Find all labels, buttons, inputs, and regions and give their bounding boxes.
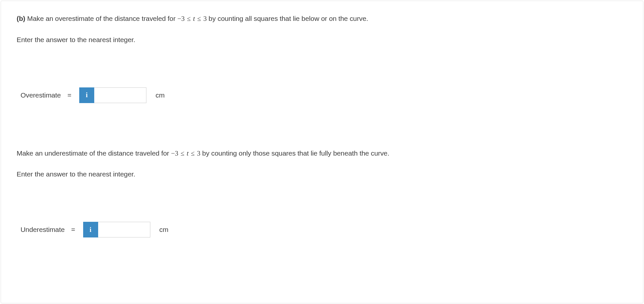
underestimate-input[interactable] xyxy=(98,222,150,237)
overestimate-row: Overestimate = i cm xyxy=(21,87,627,103)
equals-sign: = xyxy=(71,226,75,234)
q1-prompt-pre: Make an overestimate of the distance tra… xyxy=(27,15,177,22)
overestimate-input-wrap: i xyxy=(79,87,146,103)
underestimate-unit: cm xyxy=(159,226,169,234)
q1-prompt-post: by counting all squares that lie below o… xyxy=(207,15,368,22)
q2-prompt-pre: Make an underestimate of the distance tr… xyxy=(17,149,171,157)
q2-hint: Enter the answer to the nearest integer. xyxy=(17,170,627,178)
q1-hint: Enter the answer to the nearest integer. xyxy=(17,36,627,44)
q2-range: −3 ≤ t ≤ 3 xyxy=(171,149,201,157)
question-underestimate-block: Make an underestimate of the distance tr… xyxy=(17,148,627,238)
underestimate-label: Underestimate xyxy=(21,226,65,234)
equals-sign: = xyxy=(67,91,71,99)
overestimate-unit: cm xyxy=(156,91,165,99)
question-b-prompt: (b) Make an overestimate of the distance… xyxy=(17,13,627,24)
overestimate-label: Overestimate xyxy=(21,91,61,99)
part-label: (b) xyxy=(17,15,25,22)
q1-range: −3 ≤ t ≤ 3 xyxy=(177,15,207,23)
q2-prompt: Make an underestimate of the distance tr… xyxy=(17,148,627,159)
question-card: (b) Make an overestimate of the distance… xyxy=(1,1,643,303)
info-icon[interactable]: i xyxy=(79,87,94,103)
underestimate-input-wrap: i xyxy=(83,222,150,237)
info-icon[interactable]: i xyxy=(83,222,98,237)
overestimate-input[interactable] xyxy=(94,87,146,103)
q2-prompt-post: by counting only those squares that lie … xyxy=(200,149,389,157)
underestimate-row: Underestimate = i cm xyxy=(21,222,627,237)
